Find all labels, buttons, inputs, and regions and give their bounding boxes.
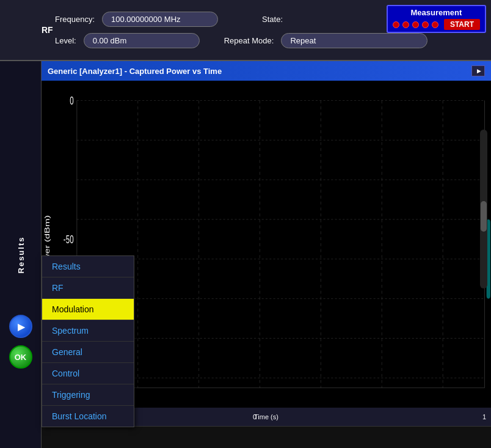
svg-text:-50: -50 xyxy=(64,233,74,245)
play-icon: ▶ xyxy=(18,321,25,332)
sidebar-left: Results ▶ OK xyxy=(0,61,42,448)
measurement-controls: START xyxy=(393,19,480,30)
menu-item-triggering[interactable]: Triggering xyxy=(42,384,134,405)
menu-item-general[interactable]: General xyxy=(42,342,134,362)
menu-item-modulation[interactable]: Modulation xyxy=(42,299,134,320)
context-menu: Results RF Modulation Spectrum General C… xyxy=(42,255,134,427)
measurement-title: Measurement xyxy=(393,8,480,17)
x-axis-label: Time (s) xyxy=(254,413,278,420)
indicator-dot-1 xyxy=(393,21,399,28)
chart-play-icon: ▶ xyxy=(477,68,481,74)
chart-title: Generic [Analyzer1] - Captured Power vs … xyxy=(48,67,222,76)
level-value: 0.00 dBm xyxy=(84,33,200,48)
repeat-mode-value: Repeat xyxy=(281,33,427,48)
page-wrapper: RF Measurement START Frequency: 100.0000… xyxy=(0,0,491,448)
indicator-dot-5 xyxy=(432,21,438,28)
ok-label: OK xyxy=(15,353,27,362)
rf-label: RF xyxy=(42,25,53,35)
top-panel: RF Measurement START Frequency: 100.0000… xyxy=(0,0,491,61)
play-button[interactable]: ▶ xyxy=(9,315,32,338)
frequency-label: Frequency: xyxy=(55,15,95,24)
playback-bar xyxy=(42,426,491,448)
level-label: Level: xyxy=(55,36,76,45)
indicator-dot-4 xyxy=(422,21,429,28)
scroll-thumb xyxy=(481,201,487,232)
menu-item-burst-location[interactable]: Burst Location xyxy=(42,406,134,427)
x-axis-end: 1 xyxy=(482,413,486,420)
menu-item-spectrum[interactable]: Spectrum xyxy=(42,320,134,341)
measurement-panel: Measurement START xyxy=(387,5,486,33)
frequency-value: 100.00000000 MHz xyxy=(102,12,218,27)
menu-item-results[interactable]: Results xyxy=(42,256,134,277)
x-axis-start: 0 xyxy=(253,413,256,420)
repeat-mode-label: Repeat Mode: xyxy=(224,36,274,45)
results-rotated-label: Results xyxy=(16,236,25,273)
indicator-dot-2 xyxy=(402,21,409,28)
state-label: State: xyxy=(262,15,283,24)
svg-text:0: 0 xyxy=(70,94,73,106)
chart-play-button[interactable]: ▶ xyxy=(471,65,485,76)
menu-item-control[interactable]: Control xyxy=(42,363,134,384)
start-button[interactable]: START xyxy=(444,19,480,30)
level-row: Level: 0.00 dBm Repeat Mode: Repeat xyxy=(0,30,491,51)
ok-button[interactable]: OK xyxy=(9,345,32,369)
chart-header: Generic [Analyzer1] - Captured Power vs … xyxy=(42,61,491,81)
right-scrollbar[interactable] xyxy=(480,130,487,288)
indicator-dot-3 xyxy=(412,21,419,28)
menu-item-rf[interactable]: RF xyxy=(42,277,134,298)
